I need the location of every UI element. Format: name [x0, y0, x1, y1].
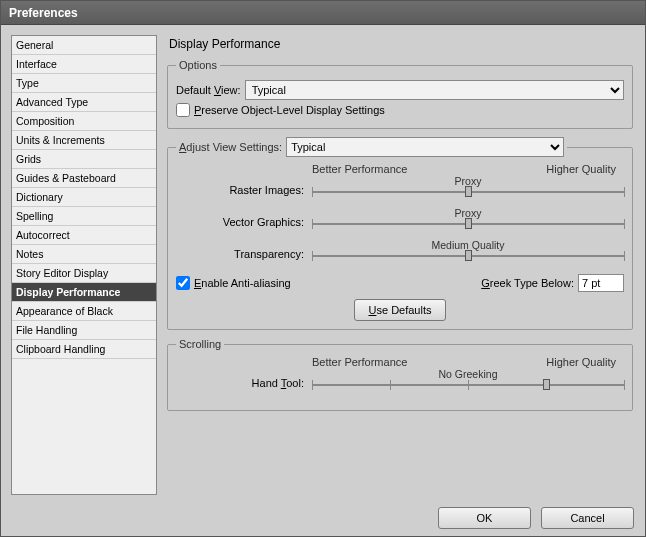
scrolling-legend: Scrolling — [176, 338, 224, 350]
sidebar-item-autocorrect[interactable]: Autocorrect — [12, 226, 156, 245]
scroll-left-header: Better Performance — [312, 356, 407, 368]
scrolling-group: Scrolling Better Performance Higher Qual… — [167, 338, 633, 411]
preserve-label: Preserve Object-Level Display Settings — [194, 104, 385, 116]
use-defaults-button[interactable]: Use Defaults — [354, 299, 447, 321]
sidebar-item-spelling[interactable]: Spelling — [12, 207, 156, 226]
sidebar-item-composition[interactable]: Composition — [12, 112, 156, 131]
ok-button[interactable]: OK — [438, 507, 531, 529]
enable-aa-label: Enable Anti-aliasing — [194, 277, 291, 289]
default-view-label: Default View: — [176, 84, 241, 96]
sidebar-item-display-performance[interactable]: Display Performance — [12, 283, 156, 302]
window-title: Preferences — [9, 6, 78, 20]
hand-tool-slider[interactable]: No Greeking — [312, 370, 624, 394]
sidebar-item-units-increments[interactable]: Units & Increments — [12, 131, 156, 150]
adjust-left-header: Better Performance — [312, 163, 407, 175]
sidebar-item-interface[interactable]: Interface — [12, 55, 156, 74]
sidebar-item-clipboard-handling[interactable]: Clipboard Handling — [12, 340, 156, 359]
options-group: Options Default View: Typical Preserve O… — [167, 59, 633, 129]
adjust-view-select[interactable]: Typical — [286, 137, 564, 157]
sidebar-item-advanced-type[interactable]: Advanced Type — [12, 93, 156, 112]
cancel-button[interactable]: Cancel — [541, 507, 634, 529]
sidebar-item-general[interactable]: General — [12, 36, 156, 55]
default-view-select[interactable]: Typical — [245, 80, 624, 100]
adjust-legend: Adjust View Settings: Typical — [176, 137, 567, 157]
options-legend: Options — [176, 59, 220, 71]
scroll-right-header: Higher Quality — [546, 356, 616, 368]
sidebar-item-dictionary[interactable]: Dictionary — [12, 188, 156, 207]
slider-1[interactable]: Proxy — [312, 209, 624, 233]
slider-0[interactable]: Proxy — [312, 177, 624, 201]
sidebar-item-notes[interactable]: Notes — [12, 245, 156, 264]
slider-label-1: Vector Graphics: — [176, 216, 306, 228]
titlebar: Preferences — [1, 1, 645, 25]
adjust-right-header: Higher Quality — [546, 163, 616, 175]
greek-label: Greek Type Below: — [481, 277, 574, 289]
sidebar-item-file-handling[interactable]: File Handling — [12, 321, 156, 340]
sidebar-item-story-editor-display[interactable]: Story Editor Display — [12, 264, 156, 283]
enable-aa-checkbox[interactable] — [176, 276, 190, 290]
hand-tool-label: Hand Tool: — [176, 377, 306, 389]
slider-label-2: Transparency: — [176, 248, 306, 260]
slider-2[interactable]: Medium Quality — [312, 241, 624, 265]
slider-label-0: Raster Images: — [176, 184, 306, 196]
panel-title: Display Performance — [165, 35, 635, 59]
sidebar-item-grids[interactable]: Grids — [12, 150, 156, 169]
sidebar-item-type[interactable]: Type — [12, 74, 156, 93]
sidebar[interactable]: GeneralInterfaceTypeAdvanced TypeComposi… — [11, 35, 157, 495]
sidebar-item-guides-pasteboard[interactable]: Guides & Pasteboard — [12, 169, 156, 188]
greek-input[interactable] — [578, 274, 624, 292]
sidebar-item-appearance-of-black[interactable]: Appearance of Black — [12, 302, 156, 321]
adjust-group: Adjust View Settings: Typical Better Per… — [167, 137, 633, 330]
preserve-checkbox[interactable] — [176, 103, 190, 117]
